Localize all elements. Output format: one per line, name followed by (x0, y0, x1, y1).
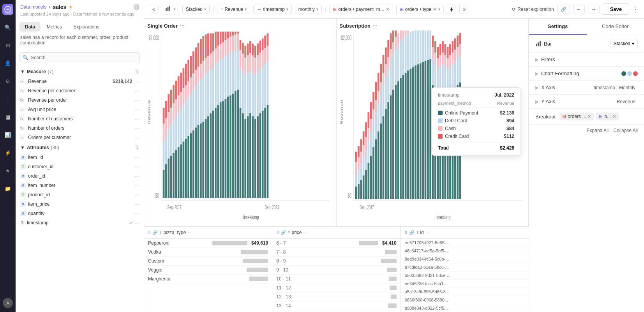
field-more-icon[interactable]: ··· (134, 106, 139, 113)
field-number-customers[interactable]: fx Number of customers ··· (19, 114, 141, 123)
tab-code-editor[interactable]: Code Editor (587, 19, 644, 35)
field-more-icon[interactable]: ··· (134, 210, 139, 217)
star-icon[interactable]: ★ (69, 4, 73, 10)
field-customer-id[interactable]: T customer_id ··· (19, 162, 141, 171)
row-value: $49,619 (251, 240, 268, 246)
nav-query-icon[interactable]: ⚡ (2, 147, 13, 158)
tab-data[interactable]: Data (19, 22, 41, 32)
more-filters-button[interactable]: ⧫ (447, 5, 456, 14)
granularity-button[interactable]: monthly ▾ (295, 5, 322, 14)
dimension-button[interactable]: → timestamp ▾ (253, 5, 291, 14)
collapse-all-button[interactable]: Collapse All (613, 128, 638, 133)
breakout2-button[interactable]: ⊞ orders • type ✕ ▾ (396, 5, 444, 14)
svg-rect-215 (409, 69, 411, 199)
x-axis-row[interactable]: ▶ X Axis timestamp : Monthly (529, 81, 644, 95)
tab-settings[interactable]: Settings (529, 19, 587, 35)
field-more-icon[interactable]: ··· (134, 182, 139, 189)
expand-all-button[interactable]: Expand All (587, 128, 609, 133)
field-avg-unit-price[interactable]: fx Avg unit price ··· (19, 105, 141, 114)
attributes-sort-icon[interactable]: ⇅ (135, 145, 139, 150)
field-revenue[interactable]: fx Revenue $218,142 ··· (19, 77, 141, 86)
field-more-icon[interactable]: ··· (134, 164, 139, 170)
field-more-icon[interactable]: ··· (134, 134, 139, 141)
nav-table-icon[interactable]: ▦ (2, 111, 13, 122)
collapse-left-button[interactable]: « (149, 5, 159, 14)
user-avatar[interactable]: A (3, 298, 13, 308)
y-axis-row[interactable]: ▶ Y Axis Revenue (529, 95, 644, 109)
tab-explorations[interactable]: Explorations (68, 22, 105, 32)
field-more-icon[interactable]: ··· (134, 125, 139, 131)
nav-grid-icon[interactable]: ⊞ (2, 40, 13, 51)
table-row: Veggie (144, 266, 272, 275)
online-payment-value: $2,136 (500, 110, 514, 116)
tab-metrics[interactable]: Metrics (41, 22, 67, 32)
field-more-icon[interactable]: ··· (134, 116, 139, 122)
reset-exploration-button[interactable]: ⟳ Reset exploration (512, 7, 554, 12)
table-row: b908e843-d022-5cf5... (401, 304, 529, 312)
field-number-orders[interactable]: fx Number of orders ··· (19, 123, 141, 133)
nav-users-icon[interactable]: 👤 (2, 58, 13, 69)
field-more-icon[interactable]: ··· (134, 97, 139, 103)
model-icon[interactable]: 📋 (134, 4, 139, 10)
svg-rect-207 (390, 95, 392, 199)
breakout2-close-icon[interactable]: ✕ (612, 114, 616, 119)
nav-chart-icon[interactable]: 📊 (2, 129, 13, 140)
field-item-number[interactable]: # item_number ··· (19, 181, 141, 190)
chart-type-button[interactable]: ▾ (162, 4, 179, 14)
measure-section-header[interactable]: ▼ Measure (7) ⇅ (19, 66, 141, 77)
breakout2-close[interactable]: ✕ (433, 7, 437, 12)
field-more-icon[interactable]: ··· (134, 88, 139, 94)
nav-more-icon[interactable]: ⋮ (2, 93, 13, 104)
field-item-price[interactable]: # item_price ··· (19, 199, 141, 209)
link-button[interactable]: 🔗 (557, 5, 570, 14)
expand-right-button[interactable]: » (459, 5, 469, 14)
breadcrumb-parent[interactable]: Data models (20, 4, 46, 10)
redo-button[interactable]: → (588, 5, 600, 14)
field-more-icon[interactable]: ··· (134, 78, 139, 85)
undo-button[interactable]: ← (573, 5, 585, 14)
field-revenue-per-order[interactable]: fx Revenue per order ··· (19, 95, 141, 105)
stacking-button[interactable]: Stacked ▾ (182, 5, 210, 14)
chart-more-icon-2[interactable]: ··· (373, 23, 378, 29)
field-order-id[interactable]: # order_id ··· (19, 171, 141, 181)
svg-text:timestamp: timestamp (436, 213, 451, 220)
field-timestamp[interactable]: 🗓 timestamp ⤢ ··· (19, 218, 141, 227)
expand-icon[interactable]: ⤢ (129, 220, 133, 226)
chart-more-icon[interactable]: ··· (180, 23, 185, 29)
field-more-icon[interactable]: ··· (134, 192, 139, 198)
nav-settings-icon[interactable]: ⚙ (2, 76, 13, 86)
svg-rect-333 (439, 44, 441, 55)
measure-sort-icon[interactable]: ⇅ (135, 69, 139, 74)
search-input[interactable] (19, 52, 140, 63)
field-more-icon[interactable]: ··· (134, 220, 139, 226)
field-more-icon[interactable]: ··· (134, 154, 139, 160)
breakout1-close[interactable]: ✕ (386, 7, 390, 12)
field-item-id[interactable]: # item_id ··· (19, 153, 141, 162)
stacking-select[interactable]: Stacked ▾ (610, 39, 638, 48)
nav-star-icon[interactable]: ★ (2, 165, 13, 176)
field-more-icon[interactable]: ··· (134, 173, 139, 179)
chart-formatting-row[interactable]: ▶ Chart Formatting (529, 67, 644, 81)
measure-button[interactable]: ↑ Revenue ▾ (217, 5, 250, 14)
svg-rect-203 (380, 123, 382, 199)
field-product-id[interactable]: T product_id ··· (19, 190, 141, 199)
breakout1-button[interactable]: ⊞ orders • payment_m... ✕ (329, 5, 393, 14)
svg-rect-32 (207, 116, 209, 198)
attributes-section-header[interactable]: ▼ Attributes (30) ⇅ (19, 142, 141, 153)
chart-type-settings-label: Bar (544, 41, 552, 47)
col-more-icon[interactable]: ··· (425, 230, 429, 235)
field-quantity[interactable]: # quantity ··· (19, 209, 141, 218)
breakout1-close-icon[interactable]: ✕ (588, 114, 591, 119)
field-more-icon[interactable]: ··· (134, 201, 139, 207)
filters-section-row[interactable]: ▶ Filters (529, 53, 644, 67)
nav-search-icon[interactable]: 🔍 (2, 22, 13, 33)
col-more-icon[interactable]: ··· (187, 230, 191, 235)
save-button[interactable]: Save (603, 4, 629, 15)
field-revenue-per-customer[interactable]: fx Revenue per customer ··· (19, 86, 141, 95)
col-more-icon[interactable]: ··· (303, 230, 307, 235)
nav-folder-icon[interactable]: 📁 (2, 183, 13, 194)
field-orders-per-customer[interactable]: fx Orders per customer ··· (19, 133, 141, 142)
more-options-button[interactable]: ⋮ (632, 5, 639, 14)
svg-rect-47 (244, 119, 246, 198)
tooltip-row-cash: Cash $84 (438, 125, 514, 132)
